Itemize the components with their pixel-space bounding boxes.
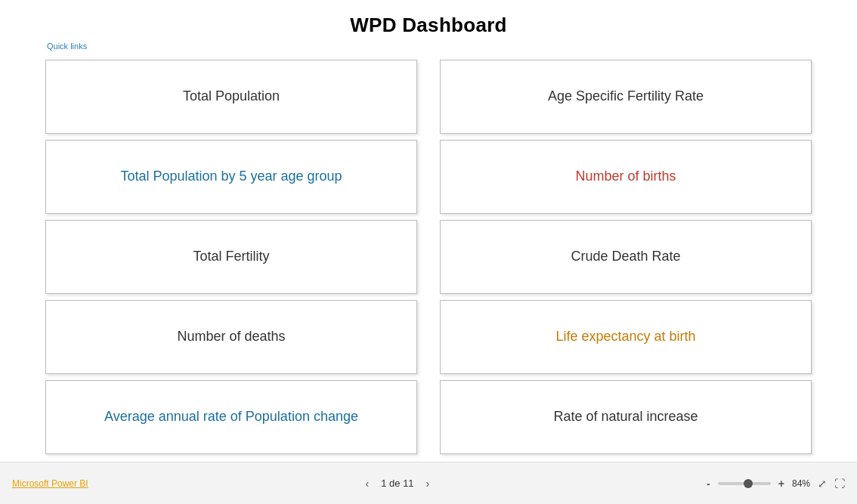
card-label-avg-annual-rate: Average annual rate of Population change bbox=[104, 408, 358, 425]
page-indicator: 1 de 11 bbox=[381, 478, 413, 489]
bottom-left: Microsoft Power BI bbox=[12, 478, 88, 489]
card-label-life-expectancy: Life expectancy at birth bbox=[555, 328, 695, 345]
next-page-button[interactable]: › bbox=[422, 476, 435, 491]
card-number-of-deaths[interactable]: Number of deaths bbox=[45, 300, 417, 374]
bottom-bar: Microsoft Power BI ‹ 1 de 11 › - + 84% ⤢… bbox=[0, 462, 857, 504]
card-total-fertility[interactable]: Total Fertility bbox=[45, 220, 417, 294]
fullscreen-icon[interactable]: ⛶ bbox=[834, 478, 845, 490]
card-label-total-fertility: Total Fertility bbox=[193, 248, 269, 265]
card-label-number-of-deaths: Number of deaths bbox=[177, 328, 285, 345]
page-title: WPD Dashboard bbox=[45, 14, 812, 37]
powerbi-link[interactable]: Microsoft Power BI bbox=[12, 478, 88, 489]
card-label-total-population: Total Population bbox=[183, 88, 280, 105]
main-content: WPD Dashboard Quick links Total Populati… bbox=[0, 0, 857, 462]
card-rate-natural-increase[interactable]: Rate of natural increase bbox=[440, 380, 812, 454]
zoom-percent: 84% bbox=[792, 478, 810, 489]
bottom-center: ‹ 1 de 11 › bbox=[88, 476, 707, 491]
card-label-rate-natural-increase: Rate of natural increase bbox=[553, 408, 698, 425]
card-avg-annual-rate[interactable]: Average annual rate of Population change bbox=[45, 380, 417, 454]
prev-page-button[interactable]: ‹ bbox=[361, 476, 374, 491]
card-number-of-births[interactable]: Number of births bbox=[440, 140, 812, 214]
fit-to-window-icon[interactable]: ⤢ bbox=[818, 478, 827, 490]
card-label-crude-death-rate: Crude Death Rate bbox=[571, 248, 680, 265]
zoom-plus[interactable]: + bbox=[778, 478, 784, 490]
card-total-population[interactable]: Total Population bbox=[45, 60, 417, 134]
zoom-slider-thumb bbox=[744, 479, 753, 488]
card-label-age-specific-fertility: Age Specific Fertility Rate bbox=[548, 88, 704, 105]
card-label-total-population-age: Total Population by 5 year age group bbox=[120, 168, 342, 185]
card-crude-death-rate[interactable]: Crude Death Rate bbox=[440, 220, 812, 294]
card-label-number-of-births: Number of births bbox=[575, 168, 676, 185]
dashboard-grid: Total PopulationAge Specific Fertility R… bbox=[45, 60, 812, 454]
quick-links[interactable]: Quick links bbox=[47, 42, 812, 51]
zoom-minus[interactable]: - bbox=[707, 478, 710, 490]
card-life-expectancy[interactable]: Life expectancy at birth bbox=[440, 300, 812, 374]
bottom-right: - + 84% ⤢ ⛶ bbox=[707, 478, 845, 490]
card-total-population-age[interactable]: Total Population by 5 year age group bbox=[45, 140, 417, 214]
card-age-specific-fertility[interactable]: Age Specific Fertility Rate bbox=[440, 60, 812, 134]
zoom-slider[interactable] bbox=[718, 482, 771, 485]
